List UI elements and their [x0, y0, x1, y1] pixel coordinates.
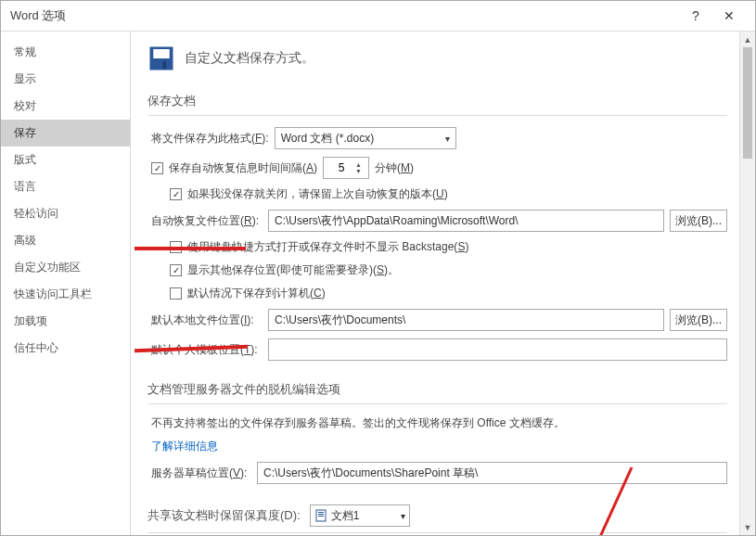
- default-local-path-input[interactable]: C:\Users\夜竹\Documents\: [268, 309, 664, 331]
- svg-rect-1: [153, 49, 170, 58]
- server-drafts-input[interactable]: C:\Users\夜竹\Documents\SharePoint 草稿\: [257, 462, 727, 484]
- help-button[interactable]: ?: [679, 1, 712, 32]
- autorecover-path-label: 自动恢复文件位置(R):: [151, 213, 263, 229]
- save-format-select[interactable]: Word 文档 (*.docx) ▾: [275, 127, 456, 149]
- autorecover-minutes-input[interactable]: ▲▼: [323, 157, 369, 179]
- chevron-down-icon: ▾: [445, 134, 450, 144]
- vertical-scrollbar[interactable]: ▲ ▼: [739, 32, 755, 535]
- scroll-down-arrow-icon[interactable]: ▼: [740, 519, 755, 535]
- default-template-path-input[interactable]: [268, 338, 727, 361]
- sidebar-item-6[interactable]: 轻松访问: [1, 200, 130, 227]
- sidebar-item-9[interactable]: 快速访问工具栏: [1, 281, 130, 308]
- minutes-label: 分钟(M): [375, 160, 414, 176]
- scroll-up-arrow-icon[interactable]: ▲: [740, 32, 755, 47]
- offline-editing-desc: 不再支持将签出的文件保存到服务器草稿。签出的文件现将保存到 Office 文档缓…: [147, 415, 727, 431]
- sidebar-item-11[interactable]: 信任中心: [1, 335, 130, 362]
- sidebar-item-5[interactable]: 语言: [1, 173, 130, 200]
- document-icon: [314, 509, 327, 522]
- svg-line-8: [585, 467, 632, 535]
- window-title: Word 选项: [10, 7, 679, 24]
- heading-row: 自定义文档保存方式。: [147, 45, 727, 72]
- learn-more-link[interactable]: 了解详细信息: [151, 439, 218, 454]
- divider: [147, 115, 727, 116]
- section-fidelity-title: 共享该文档时保留保真度(D):: [147, 507, 301, 524]
- save-to-computer-label: 默认情况下保存到计算机(C): [187, 286, 326, 301]
- annotation-underline-1: [135, 247, 246, 250]
- save-format-label: 将文件保存为此格式(F):: [151, 131, 269, 147]
- default-local-browse-button[interactable]: 浏览(B)...: [670, 309, 727, 331]
- save-icon: [147, 45, 175, 72]
- sidebar-item-0[interactable]: 常规: [1, 39, 130, 66]
- sidebar: 常规显示校对保存版式语言轻松访问高级自定义功能区快速访问工具栏加载项信任中心: [1, 32, 131, 535]
- section-save-documents-title: 保存文档: [147, 93, 727, 115]
- save-to-computer-checkbox[interactable]: [170, 287, 182, 300]
- svg-rect-5: [318, 512, 324, 513]
- autorecover-interval-checkbox[interactable]: ✓: [151, 162, 163, 174]
- keep-last-autosaved-label: 如果我没保存就关闭，请保留上次自动恢复的版本(U): [187, 186, 448, 202]
- fidelity-doc-select[interactable]: 文档1 ▾: [310, 504, 410, 527]
- autorecover-browse-button[interactable]: 浏览(B)...: [670, 210, 727, 232]
- default-local-path-label: 默认本地文件位置(I):: [151, 313, 263, 328]
- svg-rect-7: [318, 516, 324, 517]
- sidebar-item-2[interactable]: 校对: [1, 93, 130, 120]
- dialog-body: 常规显示校对保存版式语言轻松访问高级自定义功能区快速访问工具栏加载项信任中心 自…: [1, 32, 755, 535]
- sidebar-item-4[interactable]: 版式: [1, 147, 130, 173]
- content-panel: 自定义文档保存方式。 保存文档 将文件保存为此格式(F): Word 文档 (*…: [131, 32, 755, 535]
- scroll-thumb[interactable]: [743, 47, 752, 159]
- sidebar-item-3[interactable]: 保存: [1, 120, 130, 147]
- svg-rect-3: [162, 61, 166, 70]
- autorecover-interval-label: 保存自动恢复信息时间间隔(A): [169, 160, 317, 176]
- show-other-locations-label: 显示其他保存位置(即使可能需要登录)(S)。: [187, 262, 399, 278]
- sidebar-item-10[interactable]: 加载项: [1, 308, 130, 335]
- svg-rect-6: [318, 514, 324, 515]
- server-drafts-label: 服务器草稿位置(V):: [151, 466, 251, 481]
- sidebar-item-8[interactable]: 自定义功能区: [1, 254, 130, 281]
- word-options-dialog: Word 选项 ? ✕ 常规显示校对保存版式语言轻松访问高级自定义功能区快速访问…: [0, 0, 756, 536]
- autorecover-path-input[interactable]: C:\Users\夜竹\AppData\Roaming\Microsoft\Wo…: [268, 210, 664, 232]
- annotation-arrow: [576, 458, 650, 535]
- titlebar: Word 选项 ? ✕: [1, 1, 755, 32]
- sidebar-item-7[interactable]: 高级: [1, 227, 130, 254]
- show-other-locations-checkbox[interactable]: ✓: [170, 264, 182, 276]
- close-button[interactable]: ✕: [712, 1, 746, 32]
- sidebar-item-1[interactable]: 显示: [1, 66, 130, 93]
- heading-text: 自定义文档保存方式。: [185, 50, 314, 67]
- section-offline-editing-title: 文档管理服务器文件的脱机编辑选项: [147, 381, 727, 403]
- chevron-down-icon: ▾: [401, 511, 405, 521]
- divider: [147, 403, 727, 404]
- keep-last-autosaved-checkbox[interactable]: ✓: [170, 188, 182, 200]
